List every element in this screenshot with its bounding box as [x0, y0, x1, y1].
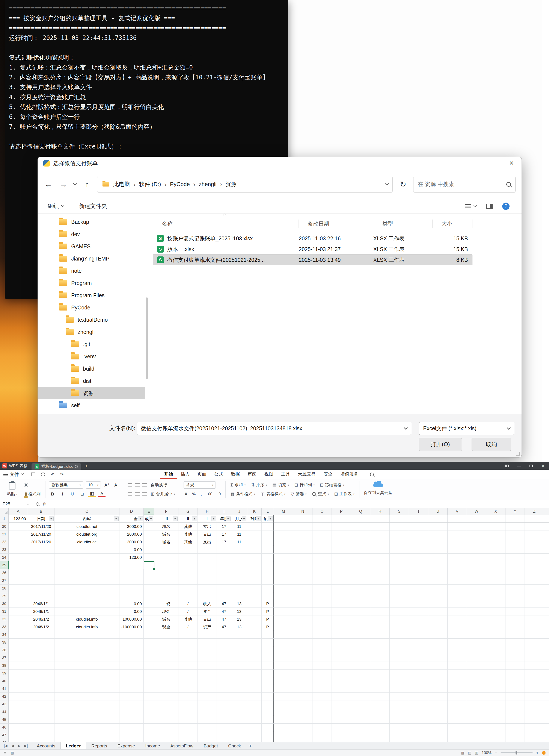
cell-C32[interactable]: cloudlet.info [55, 615, 120, 623]
column-header-S[interactable]: S [390, 508, 409, 515]
cell-R34[interactable] [370, 631, 390, 639]
cell-Y27[interactable] [505, 577, 525, 585]
cell-W43[interactable] [467, 700, 486, 708]
cell-R45[interactable] [370, 716, 390, 724]
cell-A40[interactable] [9, 677, 28, 685]
cut-icon[interactable] [24, 483, 28, 487]
cell-C35[interactable] [55, 639, 120, 646]
cell-C33[interactable]: cloudlet.info [55, 623, 120, 631]
cell-O46[interactable] [312, 724, 332, 731]
cell-A43[interactable] [9, 700, 28, 708]
cell-Y26[interactable] [505, 569, 525, 577]
cell-H20[interactable]: 支出 [198, 523, 217, 530]
sidebar-folder[interactable]: JiangYingTEMP [38, 253, 145, 265]
cell-R29[interactable] [370, 592, 390, 600]
cell-U22[interactable] [428, 538, 448, 546]
column-header-X[interactable]: X [486, 508, 505, 515]
recent-locations-icon[interactable] [73, 182, 77, 185]
cell-J28[interactable] [232, 585, 247, 592]
cell-K22[interactable] [247, 538, 262, 546]
cell-Z29[interactable] [525, 592, 544, 600]
cell-Y44[interactable] [505, 708, 525, 716]
cell-M23[interactable] [274, 546, 293, 554]
row-header-39[interactable]: 39 [0, 670, 9, 677]
cell-Y1[interactable] [505, 515, 525, 523]
cell-F28[interactable] [154, 585, 179, 592]
cell-P39[interactable] [332, 670, 351, 677]
cell-Y21[interactable] [505, 530, 525, 538]
breadcrumb-item[interactable]: 资源 [226, 180, 237, 188]
cell-U38[interactable] [428, 662, 448, 670]
cell-F27[interactable] [154, 577, 179, 585]
column-header-name[interactable]: 名称 [153, 220, 299, 228]
cell-K27[interactable] [247, 577, 262, 585]
cell-H29[interactable] [198, 592, 217, 600]
cell-K46[interactable] [247, 724, 262, 731]
fx-icon[interactable]: fx [40, 501, 49, 506]
cell-L25[interactable] [262, 561, 274, 569]
cell-Y31[interactable] [505, 608, 525, 615]
column-header-L[interactable]: L [262, 508, 274, 515]
cell-S42[interactable] [390, 693, 409, 700]
cell-R32[interactable] [370, 615, 390, 623]
ribbon-search-icon[interactable] [370, 473, 374, 476]
cell-H45[interactable] [198, 716, 217, 724]
cell-H34[interactable] [198, 631, 217, 639]
cell-U24[interactable] [428, 554, 448, 561]
cell-E22[interactable] [144, 538, 154, 546]
cell-V34[interactable] [448, 631, 467, 639]
number-format-button[interactable]: % [191, 491, 197, 497]
cell-K36[interactable] [247, 646, 262, 654]
cell-U31[interactable] [428, 608, 448, 615]
menu-tab-6[interactable]: 视图 [261, 470, 277, 479]
cell-K21[interactable] [247, 530, 262, 538]
cell-A45[interactable] [9, 716, 28, 724]
column-header-F[interactable]: F [154, 508, 179, 515]
menu-tab-1[interactable]: 插入 [177, 470, 194, 479]
cell-C36[interactable] [55, 646, 120, 654]
cell-V29[interactable] [448, 592, 467, 600]
cell-K23[interactable] [247, 546, 262, 554]
cell-M24[interactable] [274, 554, 293, 561]
cell-A27[interactable] [9, 577, 28, 585]
cell-B39[interactable] [28, 670, 55, 677]
cell-E1[interactable]: 成交 [144, 515, 154, 523]
cell-H30[interactable]: 收入 [198, 600, 217, 608]
up-icon[interactable]: ↑ [82, 180, 92, 189]
cell-R41[interactable] [370, 685, 390, 693]
row-header-24[interactable]: 24 [0, 554, 9, 561]
cell-F45[interactable] [154, 716, 179, 724]
ribbon-filter-button[interactable]: ▽筛选▾ [289, 491, 308, 497]
cell-H28[interactable] [198, 585, 217, 592]
cell-L45[interactable] [262, 716, 274, 724]
cell-Y34[interactable] [505, 631, 525, 639]
cell-Y36[interactable] [505, 646, 525, 654]
cell-A47[interactable] [9, 731, 28, 739]
row-header-26[interactable]: 26 [0, 569, 9, 577]
sidebar-folder[interactable]: build [38, 363, 145, 375]
cell-L24[interactable] [262, 554, 274, 561]
cell-U36[interactable] [428, 646, 448, 654]
cell-R25[interactable] [370, 561, 390, 569]
cell-Y28[interactable] [505, 585, 525, 592]
cell-D36[interactable] [120, 646, 144, 654]
file-row[interactable]: S版本一.xlsx2025-11-03 21:37XLSX 工作表15 KB [153, 244, 472, 255]
cell-F23[interactable] [154, 546, 179, 554]
cell-J23[interactable] [232, 546, 247, 554]
cell-Y43[interactable] [505, 700, 525, 708]
cell-M31[interactable] [274, 608, 293, 615]
cell-H44[interactable] [198, 708, 217, 716]
cell-Y22[interactable] [505, 538, 525, 546]
cell-X29[interactable] [486, 592, 505, 600]
cell-O47[interactable] [312, 731, 332, 739]
cell-V25[interactable] [448, 561, 467, 569]
cell-U46[interactable] [428, 724, 448, 731]
paste-button[interactable]: 粘贴 ▾ [3, 480, 21, 499]
cell-S21[interactable] [390, 530, 409, 538]
cell-L42[interactable] [262, 693, 274, 700]
cell-G26[interactable] [179, 569, 198, 577]
cell-F33[interactable]: 现金 [154, 623, 179, 631]
cell-Y32[interactable] [505, 615, 525, 623]
cell-Q36[interactable] [351, 646, 370, 654]
filetype-select[interactable]: Excel文件 (*.xlsx;*.xls) [419, 422, 514, 435]
